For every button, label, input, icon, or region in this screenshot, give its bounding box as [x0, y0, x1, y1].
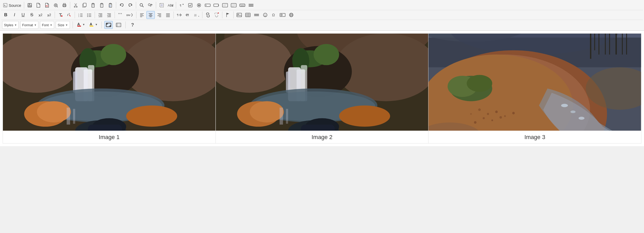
highlight-color-button[interactable]: A ▼ [88, 21, 99, 29]
paste-text-icon: T [100, 3, 104, 8]
source-label: Source [9, 3, 21, 8]
clear-format-button[interactable]: I x [65, 11, 73, 19]
horizontal-rule-button[interactable] [252, 11, 261, 19]
svg-rect-5 [29, 6, 31, 7]
bold-button[interactable]: B [2, 11, 10, 19]
save-button[interactable] [25, 1, 34, 9]
print-button[interactable] [60, 1, 69, 9]
pdf-button[interactable]: PDF [43, 1, 51, 9]
select-button[interactable] [212, 1, 221, 9]
font-color-button[interactable]: A ▼ [75, 21, 86, 29]
format-dropdown[interactable]: Format ▼ [20, 21, 38, 29]
special-char-button[interactable]: Ω [270, 11, 278, 19]
help-button[interactable]: ? [128, 21, 137, 29]
language-button[interactable]: 話 [192, 11, 201, 19]
image-button[interactable] [235, 11, 243, 19]
print-preview-button[interactable] [52, 1, 60, 9]
find-button[interactable] [137, 1, 146, 9]
separator [222, 12, 222, 18]
font-color-arrow: ▼ [83, 23, 85, 26]
maximize-button[interactable] [104, 21, 113, 29]
redo-button[interactable] [126, 1, 135, 9]
increase-indent-icon [107, 13, 111, 17]
text-dir-button[interactable]: ¶ [177, 1, 186, 9]
align-left-button[interactable] [138, 11, 146, 19]
underline-button[interactable]: U [19, 11, 27, 19]
undo-button[interactable] [117, 1, 126, 9]
font-dropdown[interactable]: Font ▼ [40, 21, 54, 29]
source-button[interactable]: Source [2, 1, 23, 9]
superscript-button[interactable]: x2 [45, 11, 53, 19]
select-all-button[interactable] [157, 1, 166, 9]
more-button[interactable] [247, 1, 255, 9]
select-all-icon [159, 3, 164, 8]
size-label: Size [58, 23, 64, 27]
toolbar-container: Source PDF [0, 0, 644, 31]
unordered-list-button[interactable] [85, 11, 93, 19]
styles-dropdown[interactable]: Styles ▼ [2, 21, 19, 29]
text-rtl-button[interactable]: ¶ [184, 11, 192, 19]
format-arrow: ▼ [34, 24, 37, 27]
form-icon [231, 3, 237, 8]
textarea-button[interactable] [221, 1, 229, 9]
flag-button[interactable] [224, 11, 232, 19]
blockquote-button[interactable]: " " [116, 11, 125, 19]
input-button[interactable] [203, 1, 212, 9]
svg-point-134 [266, 14, 266, 15]
svg-rect-19 [83, 3, 86, 7]
new-doc-button[interactable] [34, 1, 43, 9]
decrease-indent-button[interactable] [96, 11, 105, 19]
increase-indent-button[interactable] [105, 11, 113, 19]
iframe-button[interactable] [278, 11, 287, 19]
checkbox-icon [188, 3, 193, 8]
svg-marker-138 [280, 14, 281, 16]
ordered-list-button[interactable]: 1. 2. 3. [76, 11, 85, 19]
smiley-button[interactable] [261, 11, 269, 19]
toolbar-row-2: B I U S x2 x2 I x [1, 10, 643, 20]
radio-button[interactable] [195, 1, 203, 9]
format-label: Format [22, 23, 33, 27]
justify-button[interactable] [164, 11, 172, 19]
svg-point-229 [487, 113, 489, 115]
print-preview-icon [53, 3, 58, 8]
div-button[interactable]: DIV [125, 11, 135, 19]
svg-rect-3 [29, 3, 30, 5]
globe-button[interactable] [287, 11, 295, 19]
svg-rect-39 [161, 4, 163, 6]
paste-button[interactable] [89, 1, 97, 9]
find-icon [139, 3, 144, 8]
remove-format-button[interactable] [56, 11, 65, 19]
table-button[interactable] [244, 11, 252, 19]
checkbox-button[interactable] [186, 1, 195, 9]
svg-point-237 [474, 121, 477, 124]
hidden-button[interactable]: abc [238, 1, 247, 9]
spell-check-button[interactable]: ABC [166, 1, 175, 9]
waterfall-image-2 [216, 34, 428, 131]
copy-button[interactable] [80, 1, 89, 9]
paste-text-button[interactable]: T [98, 1, 106, 9]
paste-word-button[interactable]: W [106, 1, 115, 9]
svg-point-7 [54, 4, 57, 7]
svg-point-235 [499, 116, 502, 119]
table-icon [245, 13, 251, 17]
blocks-button[interactable] [114, 21, 123, 29]
link-button[interactable] [204, 11, 212, 19]
subscript-button[interactable]: x2 [36, 11, 45, 19]
unlink-button[interactable] [212, 11, 221, 19]
globe-icon [289, 13, 294, 17]
italic-button[interactable]: I [10, 11, 19, 19]
form-button[interactable] [229, 1, 238, 9]
toolbar-row-1: Source PDF [1, 1, 643, 10]
text-ltr-button[interactable]: ¶ [175, 11, 183, 19]
align-right-button[interactable] [155, 11, 163, 19]
svg-rect-122 [237, 13, 242, 17]
size-dropdown[interactable]: Size ▼ [56, 21, 70, 29]
strikethrough-button[interactable]: S [28, 11, 36, 19]
image-cell-2: Image 2 [216, 34, 429, 143]
align-center-button[interactable] [146, 11, 155, 19]
waterfall-image-1 [3, 34, 216, 131]
cut-button[interactable] [71, 1, 80, 9]
svg-point-236 [470, 113, 472, 115]
image-2-caption: Image 2 [216, 131, 428, 143]
replace-button[interactable] [146, 1, 155, 9]
